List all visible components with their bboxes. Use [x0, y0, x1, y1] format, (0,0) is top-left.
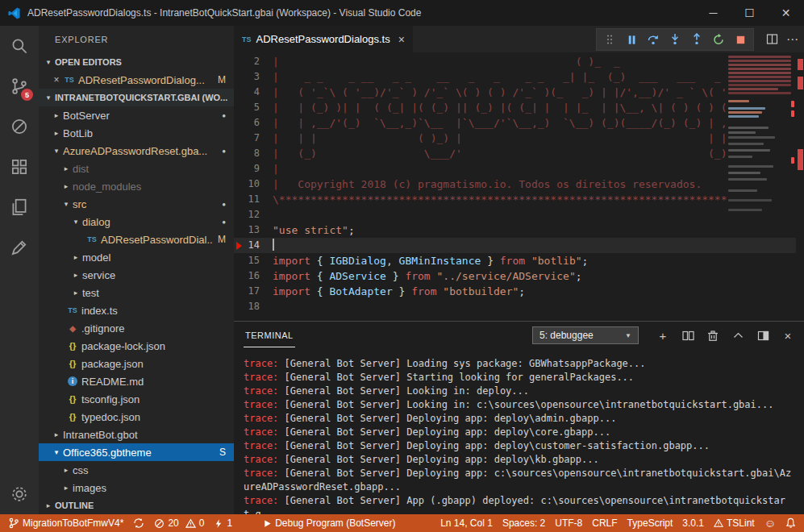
step-into-button[interactable]: [669, 33, 681, 46]
pause-button[interactable]: [625, 33, 638, 46]
tree-item-botserver[interactable]: ▸ BotServer ●: [39, 106, 234, 124]
close-panel-icon[interactable]: ×: [781, 329, 794, 342]
tree-item-dialog[interactable]: ▾ dialog ●: [39, 213, 234, 231]
window-controls: ─ ☐ ✕: [695, 0, 804, 26]
minimap[interactable]: [727, 52, 796, 238]
split-editor-icon[interactable]: [765, 33, 778, 46]
step-over-button[interactable]: [647, 33, 660, 46]
tab-close-icon[interactable]: ×: [398, 33, 405, 46]
outline-header[interactable]: ▸ OUTLINE: [39, 497, 234, 514]
encoding-item[interactable]: UTF-8: [555, 517, 582, 529]
minimize-button[interactable]: ─: [695, 0, 731, 26]
toolbar-drag-handle[interactable]: [603, 33, 616, 46]
window-title: ADResetPasswordDialogs.ts - IntranetBotQ…: [27, 7, 421, 19]
tree-item-azureadpasswordreset[interactable]: ▾ AzureADPasswordReset.gba... ●: [39, 142, 234, 160]
ts-version-item[interactable]: 3.0.1: [682, 517, 704, 529]
sync-icon: [133, 517, 144, 529]
notifications-bell-icon[interactable]: [785, 517, 796, 529]
terminal-line: trace: [General Bot Server] Deploying ap…: [244, 453, 796, 467]
kill-terminal-icon[interactable]: [706, 329, 719, 342]
panel-layout-icon[interactable]: [756, 329, 769, 342]
step-out-button[interactable]: [690, 33, 703, 46]
chevron-down-icon: ▼: [625, 332, 631, 339]
maximize-panel-icon[interactable]: [731, 329, 744, 342]
tree-item-office365-gbtheme[interactable]: ▾ Office365.gbtheme S: [39, 443, 234, 461]
tab-terminal[interactable]: TERMINAL: [244, 323, 295, 347]
open-editors-header[interactable]: ▾ OPEN EDITORS: [39, 53, 234, 71]
tree-item-package-lock-json[interactable]: {} package-lock.json: [39, 337, 234, 355]
tree-item-gitignore[interactable]: ◆ .gitignore: [39, 319, 234, 337]
eol-item[interactable]: CRLF: [592, 517, 617, 529]
terminal-selector[interactable]: 5: debuggee ▼: [532, 326, 639, 344]
source-control-icon[interactable]: 5: [0, 66, 39, 106]
debug-status-item[interactable]: Debug Program (BotServer): [263, 517, 395, 529]
code-line: 2| ( )_ _ |: [234, 54, 804, 69]
tasks-item[interactable]: 1: [214, 517, 232, 529]
lightning-icon: [214, 518, 223, 529]
play-icon: [263, 519, 272, 528]
terminal-line: trace: [General Bot Server] App (.gbapp)…: [244, 494, 796, 514]
tree-item-package-json[interactable]: {} package.json: [39, 355, 234, 372]
sync-button[interactable]: [133, 517, 144, 529]
chevron-down-icon: ▾: [42, 94, 55, 102]
debug-icon[interactable]: [0, 106, 39, 147]
code-line: 5| | (_) )| | ( (_| |( (_) || (_) |( (_|…: [234, 100, 804, 115]
markdown-info-file-icon: i: [68, 376, 77, 386]
gitignore-file-icon: ◆: [66, 324, 79, 333]
tree-item-index-ts[interactable]: TS index.ts: [39, 301, 234, 319]
files-icon[interactable]: [0, 187, 39, 227]
tab-adresetpassworddialogs[interactable]: TS ADResetPasswordDialogs.ts ×: [234, 26, 413, 52]
tree-item-intranetbot-gbot[interactable]: ▸ IntranetBot.gbot: [39, 426, 234, 443]
code-line: 11\*************************************…: [234, 192, 804, 207]
new-terminal-icon[interactable]: +: [656, 329, 669, 342]
terminal-output[interactable]: trace: [General Bot Server] Loading sys …: [234, 349, 804, 514]
tree-item-readme-md[interactable]: i README.md: [39, 372, 234, 390]
warning-icon: [185, 518, 196, 529]
tslint-item[interactable]: TSLint: [714, 517, 755, 529]
terminal-panel: TERMINAL 5: debuggee ▼ +: [234, 321, 804, 514]
tree-item-node-modules[interactable]: ▸ node_modules: [39, 177, 234, 195]
git-branch-item[interactable]: MigrationToBotFmwV4*: [8, 517, 123, 529]
indentation-item[interactable]: Spaces: 2: [502, 517, 545, 529]
open-editor-item[interactable]: × TS ADResetPasswordDialog... M: [39, 71, 234, 89]
language-mode-item[interactable]: TypeScript: [627, 517, 673, 529]
split-terminal-icon[interactable]: [681, 329, 694, 342]
vscode-logo-icon: [7, 6, 21, 20]
statusbar-right: Ln 14, Col 1 Spaces: 2 UTF-8 CRLF TypeSc…: [440, 517, 796, 530]
terminal-line: trace: [General Bot Server] Deploying ap…: [244, 426, 796, 439]
text-cursor: [273, 239, 274, 251]
vscode-window: ADResetPasswordDialogs.ts - IntranetBotQ…: [0, 0, 804, 532]
tree-item-src[interactable]: ▾ src ●: [39, 195, 234, 213]
overview-ruler[interactable]: [796, 52, 804, 321]
edit-icon[interactable]: [0, 227, 39, 268]
tree-item-tsconfig-json[interactable]: {} tsconfig.json: [39, 390, 234, 408]
tree-item-dist[interactable]: ▸ dist: [39, 160, 234, 177]
close-button[interactable]: ✕: [768, 0, 804, 26]
feedback-smiley-icon[interactable]: ☺: [764, 517, 776, 530]
tree-item-typedoc-json[interactable]: {} typedoc.json: [39, 408, 234, 426]
tree-item-adresetpassworddialogs[interactable]: TS ADResetPasswordDial... M: [39, 231, 234, 248]
typescript-file-icon: TS: [85, 235, 98, 243]
restart-button[interactable]: [712, 33, 725, 46]
tree-item-images[interactable]: ▸ images: [39, 479, 234, 497]
problems-item[interactable]: 20 0: [154, 517, 204, 529]
more-actions-icon[interactable]: ⋯: [786, 32, 799, 47]
workspace-header[interactable]: ▾ INTRANETBOTQUICKSTART.GBAI (WO...: [39, 89, 234, 106]
code-editor[interactable]: 2| ( )_ _ | 3| _ _ _ __ _ _ __ _ _ _ _ _…: [234, 52, 804, 321]
terminal-line: trace: [General Bot Server] Deploying ap…: [244, 412, 796, 426]
maximize-button[interactable]: ☐: [731, 0, 768, 26]
tree-item-model[interactable]: ▸ model: [39, 248, 234, 266]
tree-item-botlib[interactable]: ▸ BotLib: [39, 124, 234, 142]
alert-icon: [714, 518, 723, 528]
settings-gear-icon[interactable]: [0, 474, 39, 514]
search-icon[interactable]: [0, 26, 39, 66]
tree-item-service[interactable]: ▸ service: [39, 266, 234, 284]
chevron-down-icon: ▾: [42, 58, 55, 66]
tree-item-test[interactable]: ▸ test: [39, 284, 234, 301]
extensions-icon[interactable]: [0, 147, 39, 187]
cursor-position-item[interactable]: Ln 14, Col 1: [440, 517, 493, 529]
tree-item-css[interactable]: ▸ css: [39, 461, 234, 479]
json-file-icon: {}: [66, 412, 79, 422]
stop-button[interactable]: [734, 33, 747, 46]
close-icon[interactable]: ×: [50, 74, 63, 85]
